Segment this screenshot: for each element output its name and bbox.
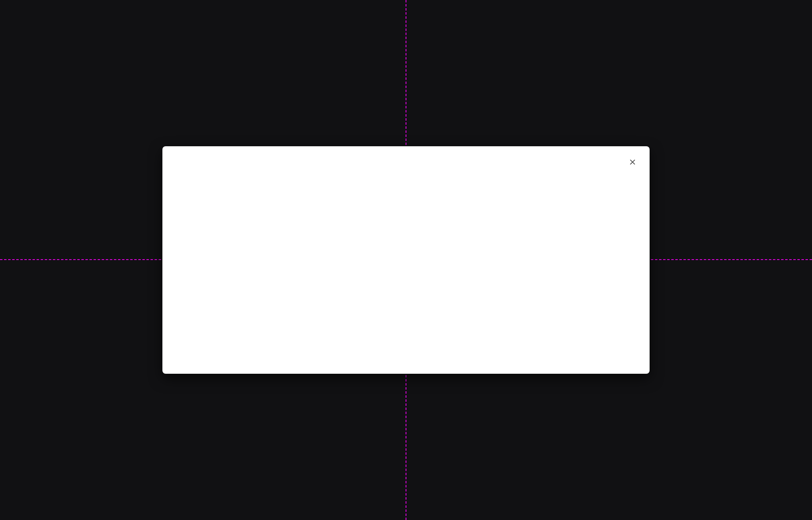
modal-dialog: [162, 146, 650, 374]
close-button[interactable]: [624, 154, 641, 171]
close-icon: [628, 158, 637, 168]
